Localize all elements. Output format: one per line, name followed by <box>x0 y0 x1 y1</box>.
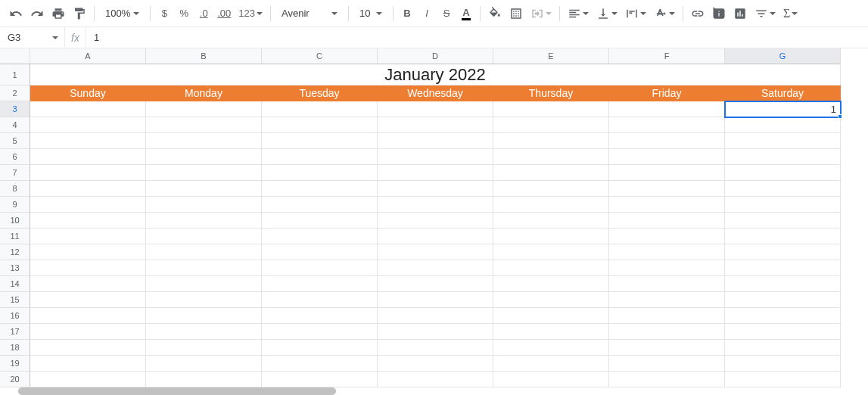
decimal-increase-button[interactable]: .00 <box>214 3 234 24</box>
cell[interactable] <box>493 340 609 356</box>
cell[interactable] <box>146 197 262 213</box>
row-header[interactable]: 16 <box>0 308 30 324</box>
insert-comment-button[interactable] <box>709 3 729 24</box>
cell-title[interactable]: January 2022 <box>30 64 841 86</box>
cell[interactable] <box>30 356 146 372</box>
bold-button[interactable]: B <box>398 3 416 24</box>
cell[interactable] <box>378 229 493 244</box>
row-header[interactable]: 7 <box>0 165 30 181</box>
cell[interactable] <box>30 149 146 165</box>
cell[interactable] <box>378 117 493 133</box>
cell[interactable] <box>30 324 146 340</box>
cell[interactable] <box>725 117 841 133</box>
cell-day-header[interactable]: Friday <box>609 86 725 101</box>
cell[interactable] <box>493 324 609 340</box>
cell[interactable] <box>378 260 493 276</box>
selection-handle[interactable] <box>838 114 842 119</box>
row-header[interactable]: 17 <box>0 324 30 340</box>
cell[interactable] <box>725 213 841 229</box>
cell[interactable] <box>725 149 841 165</box>
cell[interactable] <box>262 260 378 276</box>
horizontal-scrollbar[interactable] <box>18 387 336 395</box>
column-header[interactable]: E <box>493 48 609 64</box>
cell[interactable] <box>493 308 609 324</box>
cell[interactable] <box>262 133 378 149</box>
cell[interactable] <box>30 197 146 213</box>
cell[interactable] <box>493 276 609 292</box>
column-header[interactable]: F <box>609 48 725 64</box>
cell[interactable] <box>146 324 262 340</box>
cell[interactable] <box>30 276 146 292</box>
cell-day-header[interactable]: Tuesday <box>262 86 378 101</box>
cell[interactable] <box>609 133 725 149</box>
scrollbar-thumb[interactable] <box>18 387 336 395</box>
cell[interactable] <box>725 165 841 181</box>
cell[interactable] <box>609 340 725 356</box>
cell[interactable] <box>378 133 493 149</box>
column-header[interactable]: B <box>146 48 262 64</box>
cell[interactable] <box>378 101 493 117</box>
cell[interactable] <box>725 244 841 260</box>
cell[interactable] <box>609 308 725 324</box>
text-color-button[interactable]: A <box>457 3 475 24</box>
cell[interactable] <box>146 133 262 149</box>
cell[interactable] <box>262 181 378 197</box>
name-box[interactable]: G3 <box>0 27 65 48</box>
cell[interactable] <box>30 308 146 324</box>
row-header[interactable]: 14 <box>0 276 30 292</box>
font-family-dropdown[interactable]: Avenir <box>275 3 344 24</box>
cell[interactable] <box>146 340 262 356</box>
italic-button[interactable]: I <box>418 3 436 24</box>
cell[interactable] <box>725 133 841 149</box>
print-button[interactable] <box>48 3 68 24</box>
cell[interactable] <box>493 356 609 372</box>
cell[interactable] <box>725 292 841 308</box>
cell[interactable] <box>378 276 493 292</box>
currency-button[interactable]: $ <box>155 3 173 24</box>
cell[interactable] <box>378 356 493 372</box>
cell[interactable] <box>262 356 378 372</box>
cell[interactable] <box>725 324 841 340</box>
cell[interactable] <box>262 117 378 133</box>
cell[interactable] <box>30 244 146 260</box>
row-header[interactable]: 20 <box>0 372 30 387</box>
row-header[interactable]: 19 <box>0 356 30 372</box>
cell-day-header[interactable]: Wednesday <box>378 86 493 101</box>
cell[interactable] <box>30 181 146 197</box>
row-header[interactable]: 2 <box>0 86 30 101</box>
cell[interactable] <box>146 149 262 165</box>
cell[interactable] <box>725 229 841 244</box>
cell[interactable] <box>262 324 378 340</box>
cell[interactable] <box>493 149 609 165</box>
cell[interactable] <box>146 308 262 324</box>
cell[interactable] <box>609 149 725 165</box>
cell[interactable] <box>725 372 841 387</box>
cell[interactable] <box>378 197 493 213</box>
cell[interactable] <box>262 276 378 292</box>
cell[interactable] <box>493 229 609 244</box>
cell[interactable] <box>493 181 609 197</box>
formula-input[interactable]: 1 <box>86 27 868 48</box>
cell[interactable] <box>725 340 841 356</box>
cell-day-header[interactable]: Monday <box>146 86 262 101</box>
vertical-align-button[interactable] <box>593 3 621 24</box>
column-header[interactable]: D <box>378 48 493 64</box>
cell[interactable] <box>609 213 725 229</box>
strikethrough-button[interactable]: S <box>437 3 456 24</box>
column-header[interactable]: C <box>262 48 378 64</box>
row-header[interactable]: 1 <box>0 64 30 86</box>
cell[interactable] <box>609 356 725 372</box>
cell[interactable] <box>146 117 262 133</box>
cell[interactable] <box>262 292 378 308</box>
horizontal-align-button[interactable] <box>565 3 592 24</box>
paint-format-button[interactable] <box>70 3 89 24</box>
cell[interactable] <box>146 356 262 372</box>
cell[interactable] <box>725 308 841 324</box>
cell[interactable] <box>378 340 493 356</box>
cell[interactable] <box>378 149 493 165</box>
cell[interactable] <box>609 372 725 387</box>
row-header[interactable]: 12 <box>0 244 30 260</box>
cell[interactable] <box>378 292 493 308</box>
insert-link-button[interactable] <box>688 3 708 24</box>
cell[interactable] <box>378 244 493 260</box>
